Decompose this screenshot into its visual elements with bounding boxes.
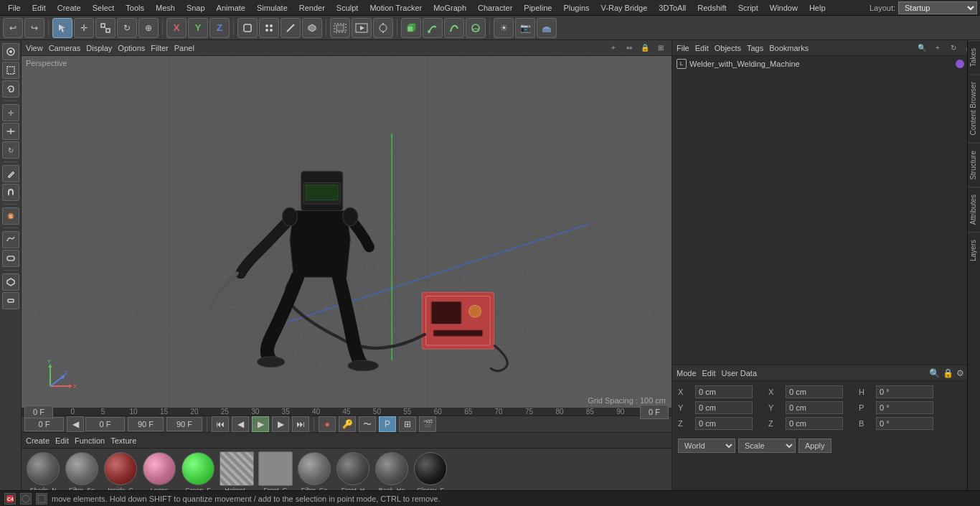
live-select-button[interactable]	[2, 43, 19, 60]
menu-character[interactable]: Character	[473, 2, 517, 14]
menu-window[interactable]: Window	[765, 2, 803, 14]
step-forward-button[interactable]: ▶	[272, 416, 289, 432]
step-back-mini-button[interactable]: ◀	[67, 416, 84, 432]
menu-tools[interactable]: Tools	[121, 2, 149, 14]
vp-menu-view[interactable]: View	[26, 44, 43, 52]
transform-button[interactable]: ⊕	[138, 18, 159, 38]
menu-plugins[interactable]: Plugins	[558, 2, 594, 14]
vp-menu-display[interactable]: Display	[86, 44, 112, 52]
vp-menu-options[interactable]: Options	[118, 44, 145, 52]
light-button[interactable]: ☀	[494, 18, 514, 38]
pen-button[interactable]	[423, 18, 443, 38]
play-button[interactable]: ▶	[252, 416, 269, 432]
first-frame-button[interactable]: ⏮	[212, 416, 229, 432]
current-start-input[interactable]	[85, 417, 125, 431]
attr-x-scale[interactable]	[786, 385, 843, 398]
mat-item-glossy_f[interactable]: Glossy_F	[412, 451, 449, 490]
rotate-tool-button[interactable]: ↻	[2, 141, 19, 159]
status-icon-3[interactable]	[36, 493, 47, 505]
move-tool-button[interactable]: ✛	[2, 104, 19, 121]
knife-button[interactable]	[2, 165, 19, 182]
render-region-button[interactable]	[330, 18, 350, 38]
attr-z-scale[interactable]	[786, 417, 843, 430]
menu-create[interactable]: Create	[52, 2, 86, 14]
ironing-button[interactable]	[2, 250, 19, 267]
magnet-button[interactable]	[2, 184, 19, 201]
side-tab-structure[interactable]: Structure	[968, 143, 980, 187]
attr-p-rot[interactable]	[876, 401, 933, 414]
mat-item-filter_ca[interactable]: Filter_Ca	[296, 451, 333, 490]
autokey-button[interactable]: 🔑	[339, 416, 356, 432]
layout-dropdown[interactable]: Startup	[898, 1, 977, 14]
attr-y-pos[interactable]	[695, 401, 753, 414]
end-frame-input2[interactable]	[166, 417, 202, 431]
cinema4d-icon[interactable]: C4	[4, 493, 16, 505]
vp-menu-panel[interactable]: Panel	[174, 44, 194, 52]
step-back-button[interactable]: ◀	[232, 416, 249, 432]
attr-menu-edit[interactable]: Edit	[702, 369, 716, 378]
mat-item-leens[interactable]: Leens	[141, 451, 178, 490]
scale-dropdown[interactable]: Scale	[738, 439, 796, 453]
otree-add-btn[interactable]: +	[931, 42, 944, 55]
ot-menu-bookmarks[interactable]: Bookmarks	[769, 44, 809, 52]
edge-mode-button[interactable]	[281, 18, 301, 38]
poly-mode-button[interactable]	[302, 18, 322, 38]
mat-item-filter_se[interactable]: Filter_Se	[63, 451, 100, 490]
menu-script[interactable]: Script	[733, 2, 763, 14]
vp-plus-button[interactable]: +	[607, 42, 620, 55]
attr-z-pos[interactable]	[695, 417, 753, 430]
redo-button[interactable]: ↪	[24, 18, 44, 38]
move-button[interactable]: ✛	[74, 18, 94, 38]
vp-maximize-button[interactable]: ⊞	[654, 42, 667, 55]
menu-simulate[interactable]: Simulate	[252, 2, 293, 14]
mat-item-inside_c[interactable]: Inside_C	[102, 451, 139, 490]
motion-path-button[interactable]: 〜	[359, 416, 376, 432]
attr-menu-mode[interactable]: Mode	[677, 369, 697, 378]
axis-z-button[interactable]: Z	[209, 18, 230, 38]
scale-button[interactable]	[95, 18, 116, 38]
attr-x-pos[interactable]	[695, 385, 753, 398]
side-tab-content[interactable]: Content Browser	[968, 74, 980, 142]
menu-redshift[interactable]: Redshift	[692, 2, 731, 14]
menu-render[interactable]: Render	[294, 2, 330, 14]
playback-settings-button[interactable]: P	[379, 416, 396, 432]
menu-edit[interactable]: Edit	[27, 2, 51, 14]
ot-menu-tags[interactable]: Tags	[747, 44, 763, 52]
vp-menu-filter[interactable]: Filter	[151, 44, 168, 52]
mat-item-helmet_[interactable]: Helmet_	[218, 451, 255, 490]
ot-menu-edit[interactable]: Edit	[695, 44, 709, 52]
point-mode-button[interactable]	[259, 18, 279, 38]
menu-mesh[interactable]: Mesh	[151, 2, 180, 14]
menu-pipeline[interactable]: Pipeline	[519, 2, 557, 14]
cube-button[interactable]	[401, 18, 421, 38]
ot-menu-objects[interactable]: Objects	[715, 44, 741, 52]
menu-vray[interactable]: V-Ray Bridge	[596, 2, 653, 14]
scale-tool-button[interactable]	[2, 123, 19, 140]
undo-button[interactable]: ↩	[3, 18, 23, 38]
menu-snap[interactable]: Snap	[182, 2, 210, 14]
mat-item-front_g[interactable]: Front_G	[257, 451, 294, 490]
select-mode-button[interactable]	[52, 18, 72, 38]
menu-mograph[interactable]: MoGraph	[428, 2, 471, 14]
attr-h-rot[interactable]	[876, 385, 933, 398]
last-frame-button[interactable]: ⏭	[292, 416, 309, 432]
render-active-button[interactable]	[352, 18, 372, 38]
vp-arrows-button[interactable]: ⇔	[623, 42, 636, 55]
menu-select[interactable]: Select	[88, 2, 120, 14]
menu-animate[interactable]: Animate	[212, 2, 250, 14]
polygon-pen-button[interactable]	[2, 273, 19, 291]
side-tab-layers[interactable]: Layers	[968, 232, 980, 268]
menu-motion-tracker[interactable]: Motion Tracker	[364, 2, 427, 14]
menu-help[interactable]: Help	[804, 2, 831, 14]
side-tab-attributes[interactable]: Attributes	[968, 187, 980, 232]
mat-menu-edit[interactable]: Edit	[55, 436, 69, 445]
rect-select-button[interactable]	[2, 62, 19, 79]
attr-menu-userdata[interactable]: User Data	[722, 369, 758, 378]
attr-y-scale[interactable]	[786, 401, 843, 414]
otree-refresh-btn[interactable]: ↻	[947, 42, 960, 55]
sweep-button[interactable]	[466, 18, 486, 38]
world-dropdown[interactable]: World	[678, 439, 735, 453]
brush-button[interactable]: S	[2, 207, 19, 225]
menu-sculpt[interactable]: Sculpt	[331, 2, 364, 14]
timeline-view-button[interactable]: 🎬	[419, 416, 436, 432]
